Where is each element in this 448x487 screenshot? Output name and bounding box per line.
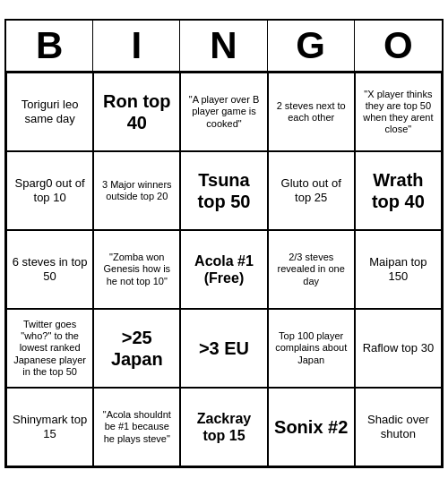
bingo-cell-8: Gluto out of top 25 — [268, 151, 355, 230]
bingo-cell-18: Top 100 player complains about Japan — [268, 309, 355, 388]
bingo-cell-20: Shinymark top 15 — [6, 388, 93, 466]
bingo-cell-7: Tsuna top 50 — [180, 151, 267, 230]
bingo-cell-14: Maipan top 150 — [355, 230, 442, 309]
bingo-cell-15: Twitter goes "who?" to the lowest ranked… — [6, 309, 93, 388]
bingo-letter-n: N — [180, 21, 267, 71]
bingo-cell-4: "X player thinks they are top 50 when th… — [355, 73, 442, 151]
bingo-letter-b: B — [6, 21, 93, 71]
bingo-cell-10: 6 steves in top 50 — [6, 230, 93, 309]
bingo-letter-g: G — [268, 21, 355, 71]
bingo-cell-23: Sonix #2 — [268, 388, 355, 466]
bingo-cell-3: 2 steves next to each other — [268, 73, 355, 151]
bingo-cell-11: "Zomba won Genesis how is he not top 10" — [93, 230, 180, 309]
bingo-cell-24: Shadic over shuton — [355, 388, 442, 466]
bingo-cell-21: "Acola shouldnt be #1 because he plays s… — [93, 388, 180, 466]
bingo-letter-o: O — [355, 21, 442, 71]
bingo-grid: Toriguri leo same dayRon top 40"A player… — [6, 73, 442, 466]
bingo-cell-22: Zackray top 15 — [180, 388, 267, 466]
bingo-cell-16: >25 Japan — [93, 309, 180, 388]
bingo-cell-2: "A player over B player game is cooked" — [180, 73, 267, 151]
bingo-cell-6: 3 Major winners outside top 20 — [93, 151, 180, 230]
bingo-cell-12: Acola #1 (Free) — [180, 230, 267, 309]
bingo-letter-i: I — [93, 21, 180, 71]
bingo-cell-13: 2/3 steves revealed in one day — [268, 230, 355, 309]
bingo-card: BINGO Toriguri leo same dayRon top 40"A … — [4, 19, 444, 468]
bingo-cell-17: >3 EU — [180, 309, 267, 388]
bingo-cell-5: Sparg0 out of top 10 — [6, 151, 93, 230]
bingo-cell-19: Raflow top 30 — [355, 309, 442, 388]
bingo-cell-0: Toriguri leo same day — [6, 73, 93, 151]
bingo-header: BINGO — [6, 21, 442, 73]
bingo-cell-9: Wrath top 40 — [355, 151, 442, 230]
bingo-cell-1: Ron top 40 — [93, 73, 180, 151]
